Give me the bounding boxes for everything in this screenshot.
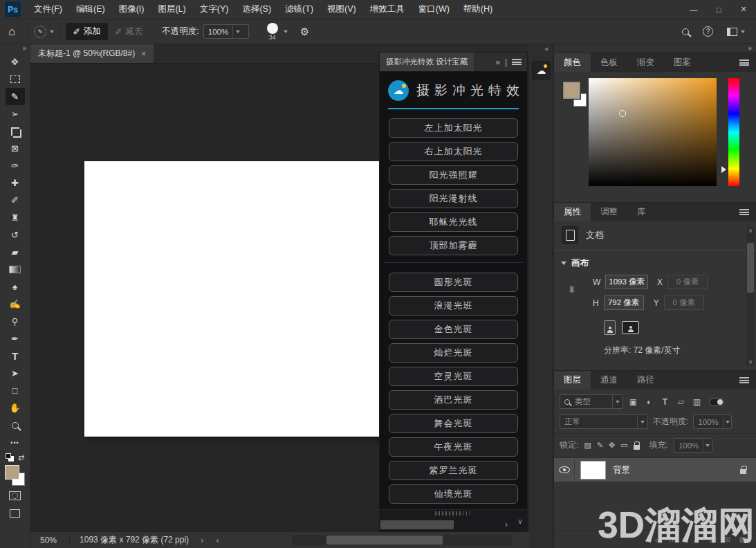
- plugin-dock-icon[interactable]: ☁: [532, 61, 551, 80]
- type-tool[interactable]: T: [6, 347, 25, 365]
- pen-tool[interactable]: ✒: [6, 330, 25, 347]
- filter-smart-object-icon[interactable]: ▥: [691, 397, 703, 407]
- properties-panel-menu-icon[interactable]: [739, 209, 749, 215]
- scroll-up-icon[interactable]: ∧: [746, 227, 755, 234]
- effect-button-strong-sunshine[interactable]: 阳光强照耀: [389, 165, 518, 185]
- search-icon[interactable]: [682, 28, 689, 35]
- tab-gradients[interactable]: 渐变: [627, 53, 664, 72]
- effect-button-top-haze[interactable]: 顶部加雾霾: [389, 236, 518, 255]
- scroll-left-icon[interactable]: ‹: [210, 535, 225, 545]
- effect-button-violet-bokeh[interactable]: 紫罗兰光斑: [389, 461, 518, 480]
- menu-view[interactable]: 视图(V): [320, 0, 363, 19]
- plugin-hscroll-thumb[interactable]: [380, 520, 454, 529]
- rectangle-tool[interactable]: □: [6, 382, 25, 399]
- layer-thumbnail[interactable]: [580, 461, 606, 480]
- filter-shape-icon[interactable]: ▱: [675, 397, 687, 407]
- smudge-tool[interactable]: ✍: [6, 295, 25, 313]
- plugin-tab[interactable]: 摄影冲光特效 设计宝藏: [380, 53, 474, 71]
- blend-mode-select[interactable]: 正常: [560, 414, 648, 429]
- tab-adjustments[interactable]: 调整: [591, 203, 627, 221]
- eyedropper-tool[interactable]: ✑: [6, 157, 25, 174]
- y-field[interactable]: 0 像素: [664, 295, 704, 310]
- landscape-orientation-button[interactable]: [622, 321, 639, 334]
- x-field[interactable]: 0 像素: [667, 275, 708, 289]
- brush-tool[interactable]: ✐: [6, 192, 25, 209]
- canvas[interactable]: [84, 161, 382, 437]
- blend-caret[interactable]: [637, 415, 647, 428]
- layer-opacity-caret[interactable]: [723, 415, 732, 428]
- filter-toggle-switch[interactable]: [709, 398, 724, 406]
- height-field[interactable]: 792 像素: [604, 295, 644, 310]
- close-button[interactable]: ✕: [731, 1, 756, 18]
- menu-filter[interactable]: 滤镜(T): [278, 0, 320, 19]
- portrait-orientation-button[interactable]: [604, 320, 616, 335]
- saturation-brightness-field[interactable]: [589, 78, 717, 186]
- horizontal-scrollbar[interactable]: [292, 535, 512, 545]
- filter-caret[interactable]: [612, 395, 623, 408]
- tool-preset-picker[interactable]: ✎: [34, 26, 54, 38]
- blur-tool[interactable]: ♠: [6, 278, 25, 295]
- effect-button-sun-top-right[interactable]: 右上加太阳光: [389, 142, 518, 161]
- history-brush-tool[interactable]: ↺: [6, 226, 25, 244]
- toolbar-collapse-icon[interactable]: »: [0, 44, 30, 53]
- lock-all-icon[interactable]: [634, 445, 640, 450]
- lock-pixels-icon[interactable]: ✎: [597, 441, 603, 450]
- effect-button-romantic-bokeh[interactable]: 浪漫光班: [389, 296, 518, 316]
- hue-slider[interactable]: [728, 78, 739, 186]
- tab-libraries[interactable]: 库: [627, 203, 656, 221]
- selection-brush-tool[interactable]: ✎: [6, 88, 25, 105]
- minimize-button[interactable]: —: [681, 1, 706, 18]
- color-cursor[interactable]: [619, 110, 626, 117]
- effect-button-circular-bokeh[interactable]: 圆形光斑: [389, 273, 518, 292]
- brush-size-preview[interactable]: 34: [267, 23, 278, 41]
- opacity-select[interactable]: 100%: [203, 24, 249, 39]
- quick-mask-button[interactable]: [6, 487, 25, 504]
- lock-artboard-icon[interactable]: ▭: [620, 441, 627, 450]
- color-panel-menu-icon[interactable]: [739, 60, 749, 66]
- lock-position-icon[interactable]: ✥: [609, 441, 615, 450]
- gradient-tool[interactable]: [6, 261, 25, 278]
- dock-collapse-icon[interactable]: »: [554, 44, 756, 53]
- link-dimensions-icon[interactable]: ∞: [567, 286, 578, 293]
- menu-edit[interactable]: 编辑(E): [69, 0, 112, 19]
- width-field[interactable]: 1093 像素: [605, 275, 648, 289]
- clone-stamp-tool[interactable]: ♜: [6, 209, 25, 226]
- hand-tool[interactable]: ✋: [6, 399, 25, 417]
- effect-button-ethereal-bokeh[interactable]: 空灵光斑: [389, 367, 518, 386]
- menu-window[interactable]: 窗口(W): [412, 0, 457, 19]
- lock-transparency-icon[interactable]: ▨: [584, 441, 591, 450]
- tab-patterns[interactable]: 图案: [664, 53, 701, 72]
- foreground-background-swatches[interactable]: [5, 465, 26, 486]
- panel-menu-icon[interactable]: [512, 59, 522, 65]
- document-tab[interactable]: 未标题-1 @ 50%(RGB/8#) ×: [30, 44, 154, 63]
- horizontal-scrollbar-thumb[interactable]: [326, 536, 443, 545]
- default-colors-icon[interactable]: [6, 453, 14, 462]
- effect-button-bar-bokeh[interactable]: 酒巴光斑: [389, 390, 518, 410]
- dodge-tool[interactable]: ⚲: [6, 313, 25, 330]
- eraser-tool[interactable]: ▰: [6, 244, 25, 261]
- opacity-caret[interactable]: [232, 25, 243, 38]
- effect-button-fairyland-bokeh[interactable]: 仙境光斑: [389, 484, 518, 504]
- frame-tool[interactable]: ⊠: [6, 140, 25, 157]
- filter-image-icon[interactable]: ▣: [627, 397, 639, 407]
- layer-opacity-select[interactable]: 100%: [693, 414, 732, 429]
- layer-visibility-cell[interactable]: [554, 458, 575, 482]
- zoom-tool[interactable]: [6, 417, 25, 434]
- tab-swatches[interactable]: 色板: [591, 53, 627, 72]
- tab-paths[interactable]: 路径: [627, 371, 664, 390]
- brush-size-caret[interactable]: [284, 30, 288, 33]
- effect-button-brilliant-bokeh[interactable]: 灿烂光斑: [389, 343, 518, 363]
- filter-type-icon[interactable]: T: [659, 397, 671, 407]
- menu-plugins[interactable]: 增效工具: [363, 0, 412, 19]
- fill-select[interactable]: 100%: [674, 438, 712, 453]
- filter-adjustment-icon[interactable]: ◐: [643, 397, 655, 407]
- layers-panel-menu-icon[interactable]: [739, 377, 749, 383]
- menu-help[interactable]: 帮助(H): [457, 0, 499, 19]
- layer-filter-select[interactable]: 类型: [560, 394, 623, 409]
- add-mode-button[interactable]: ✐ 添加: [66, 23, 107, 40]
- effect-button-jesus-light[interactable]: 耶稣光光线: [389, 212, 518, 232]
- fill-caret[interactable]: [703, 439, 712, 452]
- menu-file[interactable]: 文件(F): [27, 0, 69, 19]
- layer-row-background[interactable]: 背景: [554, 458, 756, 482]
- workspace-switcher[interactable]: [727, 28, 745, 36]
